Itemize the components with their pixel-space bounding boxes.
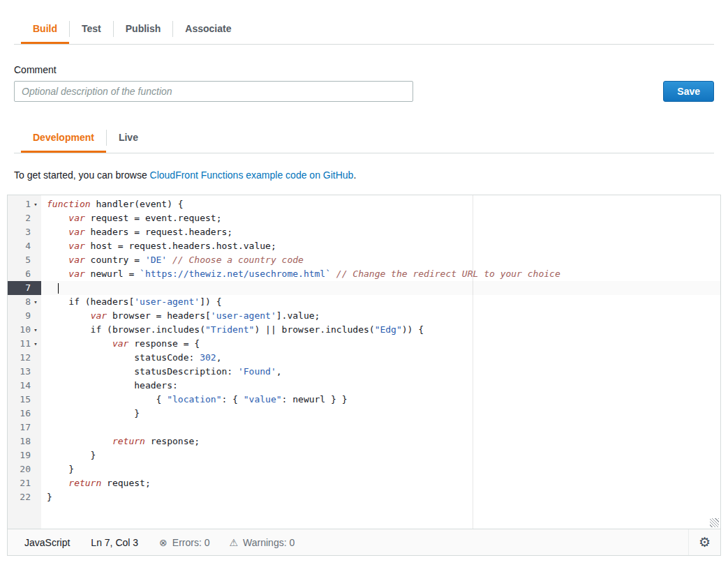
gutter-line-3[interactable]: 3 bbox=[8, 225, 41, 239]
code-editor-area[interactable]: 1▾2345678▾910▾11▾1213141516171819202122 … bbox=[8, 195, 720, 529]
code-line-5[interactable]: var country = 'DE' // Choose a country c… bbox=[41, 253, 720, 267]
tab-build[interactable]: Build bbox=[21, 14, 69, 44]
code-line-19[interactable]: } bbox=[41, 448, 720, 462]
fold-toggle-icon[interactable]: ▾ bbox=[31, 337, 40, 351]
gutter-line-21[interactable]: 21 bbox=[8, 476, 41, 490]
code-token: )) { bbox=[402, 324, 424, 335]
code-line-13[interactable]: statusDescription: 'Found', bbox=[41, 365, 720, 379]
warnings-label: Warnings: 0 bbox=[243, 537, 295, 548]
gutter-line-14[interactable]: 14 bbox=[8, 379, 41, 393]
gutter-line-22[interactable]: 22 bbox=[8, 490, 41, 504]
tab-development[interactable]: Development bbox=[21, 123, 106, 153]
gutter-line-18[interactable]: 18 bbox=[8, 434, 41, 448]
code-line-21[interactable]: return request; bbox=[41, 476, 720, 490]
code-line-1[interactable]: function handler(event) { bbox=[41, 197, 720, 211]
code-line-15[interactable]: { "location": { "value": newurl } } bbox=[41, 393, 720, 407]
comment-input[interactable] bbox=[14, 81, 413, 102]
code-line-18[interactable]: return response; bbox=[41, 434, 720, 448]
gutter-line-17[interactable]: 17 bbox=[8, 421, 41, 434]
language-indicator: JavaScript bbox=[24, 537, 70, 548]
circle-x-icon: ⊗ bbox=[159, 537, 168, 548]
code-line-20[interactable]: } bbox=[41, 462, 720, 476]
code-line-12[interactable]: statusCode: 302, bbox=[41, 351, 720, 365]
tab-publish[interactable]: Publish bbox=[114, 14, 173, 44]
code-token: var bbox=[68, 213, 84, 223]
code-token bbox=[47, 255, 68, 265]
code-line-14[interactable]: headers: bbox=[41, 379, 720, 393]
gutter-line-4[interactable]: 4 bbox=[8, 239, 41, 253]
code-line-8[interactable]: if (headers['user-agent']) { bbox=[41, 295, 720, 309]
code-line-16[interactable]: } bbox=[41, 407, 720, 421]
editor-content[interactable]: function handler(event) { var request = … bbox=[41, 195, 720, 529]
code-token: var bbox=[91, 310, 107, 321]
save-button[interactable]: Save bbox=[663, 81, 714, 102]
gutter-line-6[interactable]: 6 bbox=[8, 267, 41, 281]
gutter-line-13[interactable]: 13 bbox=[8, 365, 41, 379]
fold-toggle-icon[interactable]: ▾ bbox=[31, 295, 40, 309]
gutter-line-11[interactable]: 11▾ bbox=[8, 337, 41, 351]
code-token: { bbox=[47, 394, 167, 405]
code-line-2[interactable]: var request = event.request; bbox=[41, 211, 720, 225]
code-line-6[interactable]: var newurl = `https://thewiz.net/usechro… bbox=[41, 267, 720, 281]
line-number: 6 bbox=[8, 267, 31, 281]
gutter-line-5[interactable]: 5 bbox=[8, 253, 41, 267]
line-number: 4 bbox=[8, 239, 31, 253]
code-token: if (browser.includes( bbox=[47, 324, 205, 335]
code-line-4[interactable]: var host = request.headers.host.value; bbox=[41, 239, 720, 253]
code-token: request = event.request; bbox=[85, 213, 222, 223]
text-cursor bbox=[58, 283, 59, 294]
gutter-line-16[interactable]: 16 bbox=[8, 407, 41, 421]
gutter-line-9[interactable]: 9 bbox=[8, 309, 41, 323]
code-token: host = request.headers.host.value; bbox=[85, 241, 276, 251]
intro-prefix: To get started, you can browse bbox=[14, 169, 150, 181]
intro-text: To get started, you can browse CloudFron… bbox=[14, 169, 714, 181]
tab-live[interactable]: Live bbox=[107, 123, 150, 153]
code-line-9[interactable]: var browser = headers['user-agent'].valu… bbox=[41, 309, 720, 323]
function-build-page: BuildTestPublishAssociate Comment Save D… bbox=[0, 14, 728, 181]
code-token bbox=[167, 255, 172, 265]
gutter-line-7[interactable]: 7 bbox=[8, 281, 41, 295]
line-number: 8 bbox=[8, 295, 31, 309]
code-line-22[interactable]: } bbox=[41, 490, 720, 504]
tab-associate[interactable]: Associate bbox=[173, 14, 243, 44]
editor-resize-handle[interactable] bbox=[710, 518, 719, 527]
gutter-line-10[interactable]: 10▾ bbox=[8, 323, 41, 337]
code-token: "location" bbox=[167, 394, 221, 405]
gutter-line-20[interactable]: 20 bbox=[8, 462, 41, 476]
code-line-11[interactable]: var response = { bbox=[41, 337, 720, 351]
code-token: "Edg" bbox=[375, 324, 402, 335]
code-line-7[interactable] bbox=[41, 281, 720, 295]
code-token bbox=[47, 241, 68, 251]
code-token: return bbox=[112, 436, 145, 446]
fold-toggle-icon[interactable]: ▾ bbox=[31, 197, 40, 211]
tab-test[interactable]: Test bbox=[70, 14, 113, 44]
gutter-line-12[interactable]: 12 bbox=[8, 351, 41, 365]
github-example-link[interactable]: CloudFront Functions example code on Git… bbox=[150, 169, 354, 181]
line-number: 10 bbox=[8, 323, 31, 337]
gutter-line-2[interactable]: 2 bbox=[8, 211, 41, 225]
gutter-line-15[interactable]: 15 bbox=[8, 393, 41, 407]
code-token: , bbox=[216, 352, 222, 363]
code-token: 'DE' bbox=[145, 255, 167, 265]
code-line-17[interactable] bbox=[41, 421, 720, 434]
code-token bbox=[47, 338, 112, 349]
code-line-10[interactable]: if (browser.includes("Trident") || brows… bbox=[41, 323, 720, 337]
gutter-line-19[interactable]: 19 bbox=[8, 448, 41, 462]
line-number: 19 bbox=[8, 448, 31, 462]
code-token: ].value; bbox=[276, 310, 320, 321]
code-token: var bbox=[68, 255, 84, 265]
environment-tabs: DevelopmentLive bbox=[14, 123, 714, 153]
gutter-line-1[interactable]: 1▾ bbox=[8, 197, 41, 211]
gutter-line-8[interactable]: 8▾ bbox=[8, 295, 41, 309]
line-number: 15 bbox=[8, 393, 31, 407]
fold-toggle-icon[interactable]: ▾ bbox=[31, 323, 40, 337]
line-number: 21 bbox=[8, 476, 31, 490]
code-token: response = { bbox=[128, 338, 200, 349]
code-line-3[interactable]: var headers = request.headers; bbox=[41, 225, 720, 239]
editor-gutter: 1▾2345678▾910▾11▾1213141516171819202122 bbox=[8, 195, 41, 529]
code-token bbox=[47, 269, 68, 279]
code-token: // Choose a country code bbox=[172, 255, 304, 265]
comment-row: Save bbox=[14, 81, 714, 102]
line-number: 5 bbox=[8, 253, 31, 267]
editor-settings-button[interactable]: ⚙ bbox=[688, 529, 720, 555]
